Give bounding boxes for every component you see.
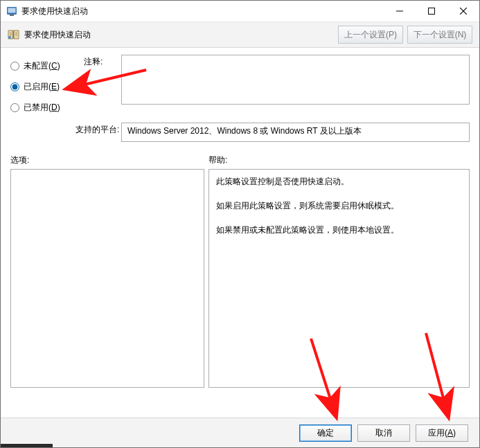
radio-not-configured[interactable]: 未配置(C) <box>10 57 84 74</box>
options-panel[interactable] <box>10 169 204 388</box>
radio-enabled-label: 已启用(E) <box>24 81 60 93</box>
dialog-body: 未配置(C) 已启用(E) 已禁用(D) 注释: 支持的平台: <box>1 48 479 388</box>
help-paragraph: 如果禁用或未配置此策略设置，则使用本地设置。 <box>216 222 462 238</box>
help-label: 帮助: <box>208 154 227 166</box>
cancel-button[interactable]: 取消 <box>357 424 410 442</box>
radio-disabled[interactable]: 已禁用(D) <box>10 99 84 116</box>
toolbar: 要求使用快速启动 上一个设置(P) 下一个设置(N) <box>1 22 479 48</box>
platform-value: Windows Server 2012、Windows 8 或 Windows … <box>127 126 362 136</box>
titlebar: 要求使用快速启动 <box>1 1 479 22</box>
next-setting-button[interactable]: 下一个设置(N) <box>407 26 472 44</box>
options-label: 选项: <box>10 154 208 166</box>
platform-label: 支持的平台: <box>75 123 121 142</box>
svg-rect-3 <box>429 8 435 15</box>
comment-textarea[interactable] <box>121 55 470 105</box>
comment-label: 注释: <box>84 55 121 120</box>
dialog-window: 要求使用快速启动 要求使用 <box>0 0 480 448</box>
app-icon <box>6 6 17 17</box>
minimize-button[interactable] <box>384 1 416 21</box>
close-button[interactable] <box>447 1 479 21</box>
radio-not-configured-input[interactable] <box>10 62 19 71</box>
radio-disabled-label: 已禁用(D) <box>24 102 60 114</box>
radio-disabled-input[interactable] <box>10 103 19 112</box>
radio-enabled-input[interactable] <box>10 82 19 91</box>
ok-button[interactable]: 确定 <box>299 424 352 442</box>
maximize-button[interactable] <box>416 1 447 21</box>
toolbar-subtitle: 要求使用快速启动 <box>24 29 91 41</box>
svg-rect-2 <box>10 15 14 16</box>
apply-button[interactable]: 应用(A) <box>416 424 468 442</box>
help-panel[interactable]: 此策略设置控制是否使用快速启动。 如果启用此策略设置，则系统需要启用休眠模式。 … <box>208 169 470 388</box>
footer: 确定 取消 应用(A) <box>1 418 479 447</box>
radio-enabled[interactable]: 已启用(E) <box>10 78 84 95</box>
outer-fragment <box>1 444 53 447</box>
book-icon <box>8 29 20 40</box>
window-controls <box>384 1 479 21</box>
radio-not-configured-label: 未配置(C) <box>24 60 60 72</box>
platform-box: Windows Server 2012、Windows 8 或 Windows … <box>121 123 470 142</box>
state-radio-group: 未配置(C) 已启用(E) 已禁用(D) <box>10 55 84 120</box>
prev-setting-button[interactable]: 上一个设置(P) <box>338 26 403 44</box>
svg-rect-1 <box>8 8 16 13</box>
help-paragraph: 此策略设置控制是否使用快速启动。 <box>216 174 462 190</box>
window-title: 要求使用快速启动 <box>21 6 384 17</box>
help-paragraph: 如果启用此策略设置，则系统需要启用休眠模式。 <box>216 198 462 214</box>
svg-point-4 <box>8 36 11 39</box>
